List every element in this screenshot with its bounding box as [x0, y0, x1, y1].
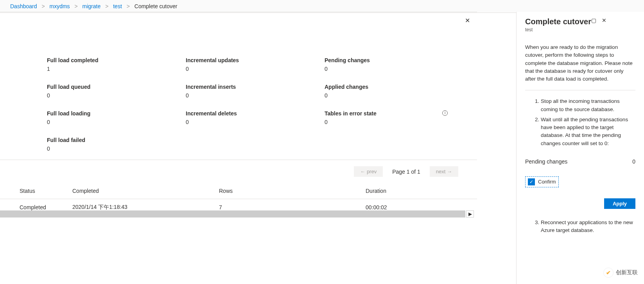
table-area: ← prev Page 1 of 1 next → Status Complet… — [0, 160, 477, 216]
info-icon[interactable]: i — [442, 110, 448, 116]
stat-value: 1 — [47, 66, 186, 72]
stat-label: Incremental deletes — [186, 110, 325, 117]
pager-text: Page 1 of 1 — [392, 169, 420, 175]
stat-label: Full load failed — [47, 137, 186, 143]
col-status: Status — [0, 183, 68, 199]
watermark-text: 创新互联 — [616, 269, 638, 276]
maximize-icon[interactable]: ▢ — [591, 17, 596, 23]
breadcrumb-current: Complete cutover — [135, 3, 178, 9]
chevron-right-icon: > — [127, 3, 130, 9]
prev-button[interactable]: ← prev — [354, 166, 383, 177]
breadcrumb-mxydms[interactable]: mxydms — [49, 3, 70, 9]
panel-subtitle: test — [525, 27, 591, 32]
steps-list: Stop all the incoming transactions comin… — [525, 97, 635, 147]
cutover-panel: Complete cutover test ▢ ✕ When you are r… — [516, 12, 644, 284]
steps-list-continued: Reconnect your applications to the new A… — [525, 219, 635, 235]
breadcrumb-migrate[interactable]: migrate — [83, 3, 101, 9]
stat-value: 0 — [325, 92, 463, 99]
watermark-icon: ✔ — [603, 268, 614, 278]
breadcrumb: Dashboard > mxydms > migrate > test > Co… — [0, 0, 644, 13]
step-2: Wait until all the pending transactions … — [541, 116, 635, 147]
stat-incremental-deletes: Incremental deletes 0 — [186, 110, 325, 125]
stat-label: Applied changes — [325, 84, 463, 90]
scroll-right-icon[interactable]: ▶ — [466, 210, 474, 217]
stat-value: 0 — [325, 119, 463, 125]
stat-pending-changes: Pending changes 0 — [325, 57, 463, 72]
stat-value: 0 — [47, 119, 186, 125]
chevron-right-icon: > — [105, 3, 108, 9]
stat-full-load-failed: Full load failed 0 — [47, 137, 186, 152]
stat-label: Incremental updates — [186, 57, 325, 63]
confirm-checkbox[interactable]: ✓ Confirm — [525, 176, 559, 187]
chevron-right-icon: > — [41, 3, 45, 9]
stat-applied-changes: Applied changes 0 — [325, 84, 463, 99]
stat-full-load-queued: Full load queued 0 — [47, 84, 186, 99]
stats-section: Full load completed 1 Incremental update… — [0, 12, 477, 160]
main-content: ✕ Full load completed 1 Incremental upda… — [0, 12, 477, 284]
stat-label: Full load completed — [47, 57, 186, 63]
stat-tables-in-error: Tables in error state 0 i — [325, 110, 463, 125]
pending-changes-label: Pending changes — [525, 158, 567, 165]
panel-description: When you are ready to do the migration c… — [525, 43, 635, 83]
stat-incremental-updates: Incremental updates 0 — [186, 57, 325, 72]
chevron-right-icon: > — [74, 3, 77, 9]
stat-value: 0 — [47, 146, 186, 152]
panel-title: Complete cutover — [525, 17, 591, 26]
divider — [525, 90, 635, 90]
col-rows: Rows — [215, 183, 362, 199]
col-duration: Duration — [362, 183, 477, 199]
col-completed: Completed — [68, 183, 215, 199]
pending-changes-value: 0 — [632, 158, 635, 165]
step-3: Reconnect your applications to the new A… — [541, 219, 635, 235]
stat-value: 0 — [186, 66, 325, 72]
stat-value: 0 — [47, 92, 186, 99]
confirm-label: Confirm — [538, 179, 556, 185]
pending-changes-row: Pending changes 0 — [525, 158, 635, 165]
stat-value: 0 — [186, 119, 325, 125]
stat-full-load-loading: Full load loading 0 — [47, 110, 186, 125]
stat-label: Full load loading — [47, 110, 186, 117]
horizontal-scrollbar[interactable] — [0, 210, 465, 217]
stat-incremental-inserts: Incremental inserts 0 — [186, 84, 325, 99]
stat-label: Pending changes — [325, 57, 463, 63]
next-button[interactable]: next → — [430, 166, 458, 177]
close-icon[interactable]: ✕ — [602, 17, 606, 23]
breadcrumb-dashboard[interactable]: Dashboard — [10, 3, 37, 9]
step-1: Stop all the incoming transactions comin… — [541, 97, 635, 113]
breadcrumb-test[interactable]: test — [113, 3, 122, 9]
pager: ← prev Page 1 of 1 next → — [0, 160, 477, 183]
close-icon[interactable]: ✕ — [465, 17, 470, 24]
stat-label: Full load queued — [47, 84, 186, 90]
apply-button[interactable]: Apply — [604, 198, 635, 209]
checkbox-checked-icon[interactable]: ✓ — [528, 178, 535, 185]
watermark-logo: ✔ 创新互联 — [603, 268, 638, 278]
stat-label: Incremental inserts — [186, 84, 325, 90]
stat-value: 0 — [325, 66, 463, 72]
stat-full-load-completed: Full load completed 1 — [47, 57, 186, 72]
stat-value: 0 — [186, 92, 325, 99]
